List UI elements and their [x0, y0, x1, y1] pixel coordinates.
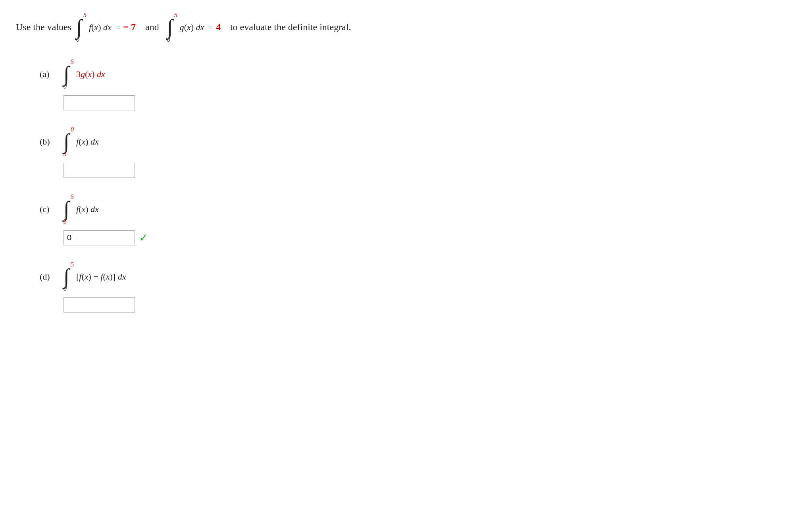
- integral-2-expression: g(x) dx: [180, 22, 204, 33]
- part-d-input[interactable]: [63, 297, 135, 313]
- integral-2-sign: 5 ∫ 0: [167, 12, 177, 43]
- checkmark-icon: ✓: [139, 231, 148, 244]
- part-a-integral: 5 ∫ 0 3g(x) dx: [63, 59, 105, 90]
- part-c-input-row: ✓: [63, 230, 796, 245]
- integral-2-lower: 0: [167, 37, 170, 43]
- part-a-symbol: ∫: [63, 65, 69, 83]
- integral-2-value: 4: [216, 22, 221, 32]
- part-c-row: (c) 5 ∫ 5 f(x) dx: [40, 194, 796, 225]
- part-c-sign: 5 ∫ 5: [63, 194, 74, 225]
- part-b-input-row: [63, 163, 796, 178]
- part-b-input[interactable]: [63, 163, 135, 178]
- part-d-symbol: ∫: [63, 268, 69, 286]
- part-d-section: (d) 5 ∫ 0 [f(x) − f(x)] dx: [40, 261, 796, 313]
- tail-text: to evaluate the definite integral.: [230, 22, 351, 33]
- part-b-expression: f(x) dx: [76, 137, 99, 147]
- part-d-input-row: [63, 297, 796, 313]
- part-b-integral: 0 ∫ 5 f(x) dx: [63, 126, 99, 157]
- part-c-label: (c): [40, 204, 60, 214]
- part-d-sign: 5 ∫ 0: [63, 261, 74, 292]
- integral-1-lower: 0: [76, 37, 79, 43]
- part-d-row: (d) 5 ∫ 0 [f(x) − f(x)] dx: [40, 261, 796, 292]
- part-a-lower: 0: [63, 83, 67, 90]
- part-a-expr-colored: 3g(x) dx: [76, 69, 105, 79]
- integral-1-equals: = = 7: [113, 22, 136, 33]
- part-a-section: (a) 5 ∫ 0 3g(x) dx: [40, 59, 796, 110]
- part-d-integral: 5 ∫ 0 [f(x) − f(x)] dx: [63, 261, 126, 292]
- part-c-section: (c) 5 ∫ 5 f(x) dx ✓: [40, 194, 796, 245]
- part-a-input[interactable]: [63, 95, 135, 110]
- part-d-lower: 0: [63, 286, 67, 292]
- part-b-section: (b) 0 ∫ 5 f(x) dx: [40, 126, 796, 178]
- part-a-row: (a) 5 ∫ 0 3g(x) dx: [40, 59, 796, 90]
- part-b-lower: 5: [63, 151, 67, 157]
- intro-text: Use the values: [16, 22, 71, 33]
- integral-1-expression: f(x) dx: [89, 22, 112, 33]
- part-b-label: (b): [40, 137, 60, 147]
- part-b-symbol: ∫: [63, 133, 69, 151]
- integral-2: 5 ∫ 0 g(x) dx = 4: [167, 12, 222, 43]
- part-c-input[interactable]: [63, 230, 135, 245]
- part-c-expression: f(x) dx: [76, 204, 99, 214]
- integral-2-equals: = 4: [206, 22, 221, 33]
- part-a-label: (a): [40, 69, 60, 79]
- part-d-label: (d): [40, 272, 60, 282]
- header: Use the values 5 ∫ 0 f(x) dx = = 7 and 5…: [16, 12, 796, 43]
- integral-1-symbol: ∫: [76, 18, 82, 37]
- integral-1-value: = 7: [123, 22, 136, 32]
- part-b-row: (b) 0 ∫ 5 f(x) dx: [40, 126, 796, 157]
- part-c-lower: 5: [63, 218, 67, 225]
- integral-1-sign: 5 ∫ 0: [76, 12, 87, 43]
- part-a-input-row: [63, 95, 796, 110]
- part-a-expression: 3g(x) dx: [76, 69, 105, 79]
- part-d-expression: [f(x) − f(x)] dx: [76, 272, 126, 282]
- part-b-sign: 0 ∫ 5: [63, 126, 74, 157]
- part-c-integral: 5 ∫ 5 f(x) dx: [63, 194, 99, 225]
- integral-2-symbol: ∫: [167, 18, 173, 37]
- integral-1: 5 ∫ 0 f(x) dx = = 7: [76, 12, 137, 43]
- part-c-symbol: ∫: [63, 200, 69, 218]
- conjunction-text: and: [145, 22, 159, 33]
- part-a-sign: 5 ∫ 0: [63, 59, 74, 90]
